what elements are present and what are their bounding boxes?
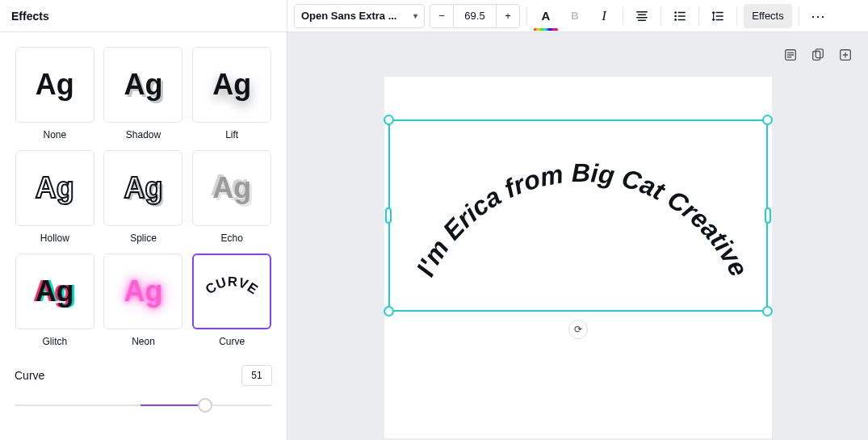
chevron-down-icon: ▾ xyxy=(413,11,417,20)
resize-handle-br[interactable] xyxy=(762,306,773,316)
effects-grid: Ag None Ag Shadow Ag Lift Ag Hollow Ag S… xyxy=(0,32,287,362)
effect-label: Glitch xyxy=(42,336,67,347)
effect-label: Hollow xyxy=(40,233,69,244)
font-family-select[interactable]: Open Sans Extra ... ▾ xyxy=(294,4,425,28)
effect-tile: Ag xyxy=(15,254,94,329)
svg-rect-6 xyxy=(816,49,823,58)
spacing-icon xyxy=(711,10,724,23)
font-name: Open Sans Extra ... xyxy=(301,10,397,22)
curve-label: Curve xyxy=(15,369,44,382)
resize-handle-ml[interactable] xyxy=(385,207,392,224)
separator xyxy=(736,7,737,25)
resize-handle-tr[interactable] xyxy=(762,115,773,125)
effect-label: Curve xyxy=(219,336,245,347)
canvas-area[interactable]: I'm Erica from Big Cat Creative ⟳ xyxy=(287,32,868,440)
effect-label: Echo xyxy=(220,233,242,244)
list-icon xyxy=(673,10,686,23)
effect-tile: Ag xyxy=(15,47,94,123)
svg-rect-5 xyxy=(813,52,820,61)
resize-handle-mr[interactable] xyxy=(765,207,771,224)
text-color-button[interactable]: A xyxy=(534,4,558,28)
effect-tile: Ag xyxy=(103,254,182,329)
italic-button[interactable]: I xyxy=(592,4,616,28)
sample-text: Ag xyxy=(36,274,74,308)
effect-label: None xyxy=(43,129,66,140)
separator xyxy=(698,7,699,25)
separator xyxy=(799,7,799,25)
effect-label: Neon xyxy=(132,336,155,347)
effect-tile: Ag xyxy=(103,47,182,123)
effect-tile: Ag xyxy=(192,47,271,123)
separator xyxy=(660,7,661,25)
separator xyxy=(623,7,623,25)
effect-tile: CURVE xyxy=(192,254,271,329)
effect-tile: Ag xyxy=(15,150,94,226)
resize-handle-bl[interactable] xyxy=(384,306,394,316)
sample-text: Ag xyxy=(36,68,74,102)
spacing-button[interactable] xyxy=(706,4,730,28)
effect-label: Splice xyxy=(130,233,157,244)
duplicate-page-icon[interactable] xyxy=(810,47,826,63)
curve-sample-icon: CURVE xyxy=(198,274,266,308)
separator xyxy=(526,7,527,25)
effect-none[interactable]: Ag None xyxy=(15,47,95,140)
effects-button[interactable]: Effects xyxy=(744,4,792,28)
svg-point-3 xyxy=(674,19,677,21)
slider-fill xyxy=(140,404,205,406)
notes-icon[interactable] xyxy=(782,47,799,63)
curve-value-input[interactable]: 51 xyxy=(241,365,272,386)
slider-thumb[interactable] xyxy=(198,398,212,413)
panel-title: Effects xyxy=(0,0,287,32)
rainbow-underline-icon xyxy=(534,28,558,31)
bold-button[interactable]: B xyxy=(563,4,587,28)
resize-handle-tl[interactable] xyxy=(384,115,394,125)
add-page-icon[interactable] xyxy=(837,47,853,63)
font-size-decrement[interactable]: − xyxy=(430,4,454,28)
sample-text: Ag xyxy=(212,68,251,102)
font-size-input[interactable]: 69.5 xyxy=(454,4,496,28)
curve-slider[interactable] xyxy=(15,394,272,417)
sample-text: Ag xyxy=(124,68,162,102)
main-area: Open Sans Extra ... ▾ − 69.5 + A B I xyxy=(287,0,868,440)
effect-neon[interactable]: Ag Neon xyxy=(103,254,184,347)
sample-text: Ag xyxy=(124,274,162,308)
sample-text: Ag xyxy=(124,171,162,205)
page-actions xyxy=(782,47,853,63)
align-center-icon xyxy=(635,10,648,23)
list-button[interactable] xyxy=(668,4,692,28)
design-page[interactable]: I'm Erica from Big Cat Creative ⟳ xyxy=(384,77,772,438)
effect-tile: Ag xyxy=(103,150,182,226)
effect-lift[interactable]: Ag Lift xyxy=(191,47,272,140)
text-align-button[interactable] xyxy=(630,4,654,28)
effect-shadow[interactable]: Ag Shadow xyxy=(103,47,184,140)
svg-point-2 xyxy=(674,15,677,17)
font-size-group: − 69.5 + xyxy=(430,4,520,28)
font-size-increment[interactable]: + xyxy=(496,4,520,28)
effect-tile: Ag xyxy=(192,150,271,226)
effect-label: Shadow xyxy=(126,129,161,140)
effect-label: Lift xyxy=(225,129,238,140)
effects-panel: Effects Ag None Ag Shadow Ag Lift Ag Hol… xyxy=(0,0,287,440)
rotate-handle[interactable]: ⟳ xyxy=(568,320,588,339)
toolbar: Open Sans Extra ... ▾ − 69.5 + A B I xyxy=(287,0,868,32)
effect-splice[interactable]: Ag Splice xyxy=(103,150,184,244)
effect-curve[interactable]: CURVE Curve xyxy=(191,254,272,347)
effect-glitch[interactable]: Ag Glitch xyxy=(15,254,95,347)
sample-text: Ag xyxy=(36,171,74,205)
svg-text:CURVE: CURVE xyxy=(203,274,261,297)
svg-point-1 xyxy=(674,11,677,14)
effect-echo[interactable]: Ag Echo xyxy=(191,150,272,244)
curve-control: Curve 51 xyxy=(0,362,287,431)
selection-box: ⟳ xyxy=(388,119,768,312)
more-button[interactable]: ⋯ xyxy=(806,4,832,28)
text-color-glyph: A xyxy=(542,9,551,23)
effect-hollow[interactable]: Ag Hollow xyxy=(15,150,95,244)
sample-text: Ag xyxy=(212,171,251,205)
